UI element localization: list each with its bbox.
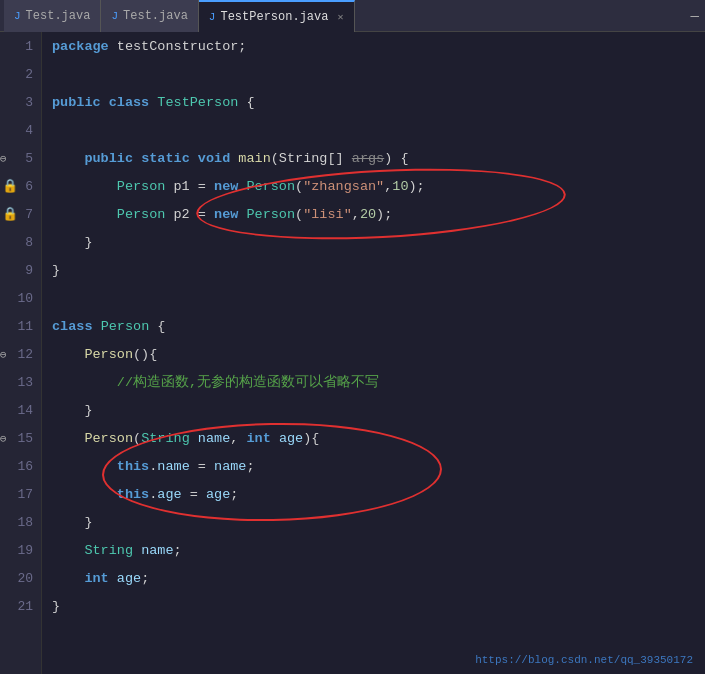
code-line-11: class Person { <box>52 312 705 340</box>
ctor-person-7: Person <box>246 207 295 222</box>
tab-close-icon[interactable]: ✕ <box>337 11 343 23</box>
class-person-6: Person <box>117 179 166 194</box>
line-12: ⊖ 12 <box>0 340 41 368</box>
kw-class-11: class <box>52 319 93 334</box>
class-person-7: Person <box>117 207 166 222</box>
tab-bar: J Test.java J Test.java J TestPerson.jav… <box>0 0 705 32</box>
field-name-19: name <box>141 543 173 558</box>
kw-public-5: public <box>84 151 133 166</box>
line-21: 21 <box>0 592 41 620</box>
code-line-15: Person(String name, int age){ <box>52 424 705 452</box>
class-testperson: TestPerson <box>157 95 238 110</box>
tab-icon-3: J <box>209 11 216 23</box>
str-lisi: "lisi" <box>303 207 352 222</box>
code-line-3: public class TestPerson { <box>52 88 705 116</box>
line-6: 🔒 6 <box>0 172 41 200</box>
fn-main: main <box>238 151 270 166</box>
param-age: age <box>279 431 303 446</box>
code-line-10 <box>52 284 705 312</box>
code-line-21: } <box>52 592 705 620</box>
code-line-9: } <box>52 256 705 284</box>
tab-test-java-1[interactable]: J Test.java <box>4 0 101 32</box>
line-15: ⊖ 15 <box>0 424 41 452</box>
line-9: 9 <box>0 256 41 284</box>
code-line-13: //构造函数,无参的构造函数可以省略不写 <box>52 368 705 396</box>
line-3: 3 <box>0 88 41 116</box>
type-string-19: String <box>84 543 133 558</box>
tab-test-java-2[interactable]: J Test.java <box>101 0 198 32</box>
code-line-4 <box>52 116 705 144</box>
ctor-person-6: Person <box>246 179 295 194</box>
type-string-15: String <box>141 431 190 446</box>
str-zhangsan: "zhangsan" <box>303 179 384 194</box>
field-name-16: name <box>157 459 189 474</box>
minimize-button[interactable]: — <box>691 8 699 24</box>
kw-this-17: this <box>117 487 149 502</box>
param-age-17: age <box>206 487 230 502</box>
line-13: 13 <box>0 368 41 396</box>
code-line-7: Person p2 = new Person("lisi",20); <box>52 200 705 228</box>
field-age-17: age <box>157 487 181 502</box>
line-7: 🔒 7 <box>0 200 41 228</box>
line-number-gutter: 1 2 3 4 ⊖ 5 🔒 6 🔒 7 8 9 10 11 ⊖ 12 13 14… <box>0 32 42 674</box>
param-name-16: name <box>214 459 246 474</box>
kw-static: static <box>141 151 190 166</box>
line-11: 11 <box>0 312 41 340</box>
kw-int-20: int <box>84 571 108 586</box>
line-1: 1 <box>0 32 41 60</box>
ctor-person-15: Person <box>84 431 133 446</box>
num-10: 10 <box>392 179 408 194</box>
comment-13: //构造函数,无参的构造函数可以省略不写 <box>117 373 379 391</box>
kw-package: package <box>52 39 109 54</box>
kw-void: void <box>198 151 230 166</box>
code-line-19: String name; <box>52 536 705 564</box>
line-18: 18 <box>0 508 41 536</box>
strikethrough-args: args <box>352 151 384 166</box>
fold-icon-12[interactable]: ⊖ <box>0 348 7 361</box>
kw-new-6: new <box>214 179 238 194</box>
line-16: 16 <box>0 452 41 480</box>
ctor-person-12: Person <box>84 347 133 362</box>
line-8: 8 <box>0 228 41 256</box>
kw-public-3: public <box>52 95 101 110</box>
code-content: package testConstructor; public class Te… <box>42 32 705 674</box>
code-line-12: Person(){ <box>52 340 705 368</box>
tab-testperson-java[interactable]: J TestPerson.java ✕ <box>199 0 355 32</box>
code-line-6: Person p1 = new Person("zhangsan",10); <box>52 172 705 200</box>
fold-icon-5[interactable]: ⊖ <box>0 152 7 165</box>
code-line-8: } <box>52 228 705 256</box>
line-4: 4 <box>0 116 41 144</box>
num-20: 20 <box>360 207 376 222</box>
kw-class: class <box>109 95 150 110</box>
watermark: https://blog.csdn.net/qq_39350172 <box>475 654 693 666</box>
line-17: 17 <box>0 480 41 508</box>
tab-label-2: Test.java <box>123 9 188 23</box>
kw-new-7: new <box>214 207 238 222</box>
param-name: name <box>198 431 230 446</box>
line-2: 2 <box>0 60 41 88</box>
tab-icon-1: J <box>14 10 21 22</box>
code-line-1: package testConstructor; <box>52 32 705 60</box>
code-line-17: this.age = age; <box>52 480 705 508</box>
code-line-18: } <box>52 508 705 536</box>
line-5: ⊖ 5 <box>0 144 41 172</box>
code-line-2 <box>52 60 705 88</box>
line-10: 10 <box>0 284 41 312</box>
code-line-20: int age; <box>52 564 705 592</box>
kw-int-15: int <box>246 431 270 446</box>
field-age-20: age <box>117 571 141 586</box>
tab-icon-2: J <box>111 10 118 22</box>
fold-icon-15[interactable]: ⊖ <box>0 432 7 445</box>
kw-this-16: this <box>117 459 149 474</box>
code-area: 1 2 3 4 ⊖ 5 🔒 6 🔒 7 8 9 10 11 ⊖ 12 13 14… <box>0 32 705 674</box>
tab-label-1: Test.java <box>26 9 91 23</box>
line-20: 20 <box>0 564 41 592</box>
code-line-5: public static void main(String[] args) { <box>52 144 705 172</box>
class-person-11: Person <box>101 319 150 334</box>
code-line-16: this.name = name; <box>52 452 705 480</box>
tab-label-3: TestPerson.java <box>220 10 328 24</box>
bookmark-icon-6: 🔒 <box>2 178 18 194</box>
code-line-14: } <box>52 396 705 424</box>
bookmark-icon-7: 🔒 <box>2 206 18 222</box>
line-14: 14 <box>0 396 41 424</box>
